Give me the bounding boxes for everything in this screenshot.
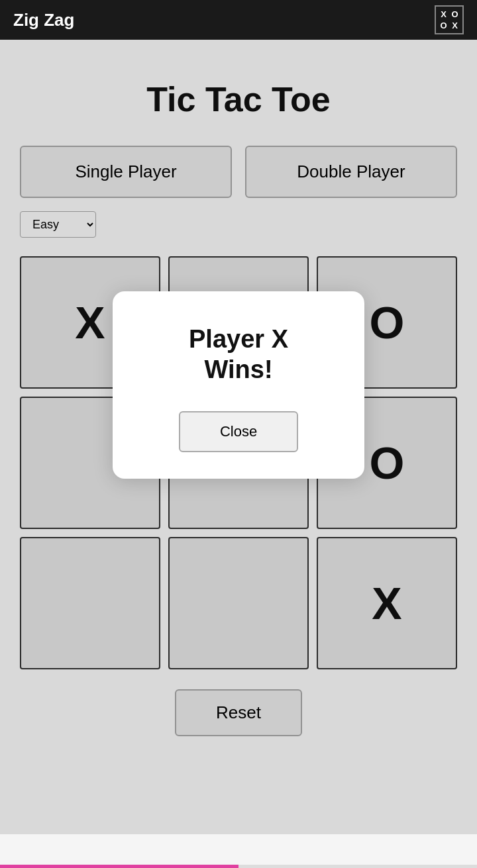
modal-close-button[interactable]: Close — [179, 411, 298, 452]
bottom-progress — [0, 865, 238, 868]
modal-box: Player X Wins! Close — [113, 291, 364, 479]
modal-overlay: Player X Wins! Close — [0, 40, 477, 834]
bottom-bar — [0, 865, 477, 868]
icon-cell-x2: X — [450, 21, 460, 30]
top-bar: Zig Zag X O O X — [0, 0, 477, 40]
modal-title: Player X Wins! — [152, 324, 325, 385]
topbar-icon: X O O X — [435, 5, 464, 34]
icon-cell-x1: X — [439, 9, 449, 19]
icon-cell-o1: O — [450, 9, 460, 19]
icon-cell-o2: O — [439, 21, 449, 30]
content-area: Tic Tac Toe Single Player Double Player … — [0, 40, 477, 834]
app-title: Zig Zag — [13, 10, 74, 30]
